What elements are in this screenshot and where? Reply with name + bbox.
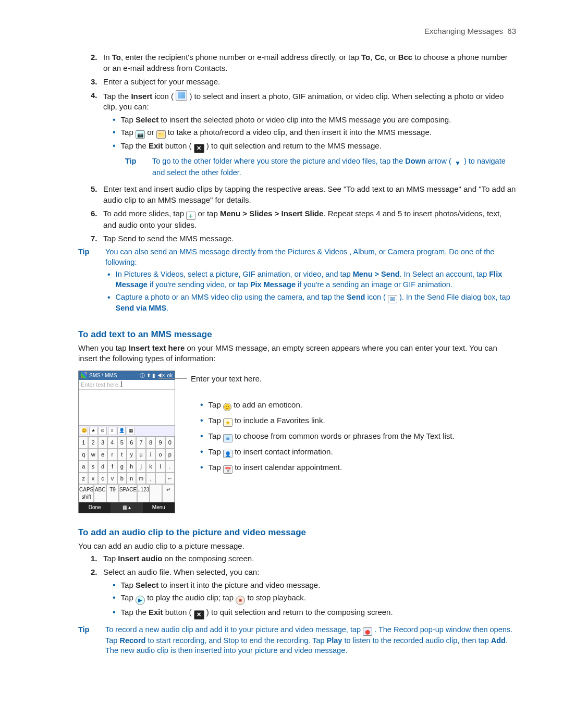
callout-lead: Enter your text here.: [191, 374, 516, 384]
contact-icon: [223, 450, 232, 458]
step-content: Select an audio file. When selected, you…: [103, 567, 516, 622]
phone-key: l: [155, 461, 165, 473]
callout-list: Tap to add an emoticon. Tap to include a…: [200, 400, 516, 474]
phone-key: 2: [88, 437, 97, 449]
phone-key: p: [165, 449, 175, 461]
step-content: In To, enter the recipient's phone numbe…: [103, 52, 516, 73]
phone-key: 6: [127, 437, 136, 449]
phone-key: 0: [165, 437, 175, 449]
phone-key: 3: [98, 437, 107, 449]
phone-key: a: [79, 461, 88, 473]
page-number: 63: [507, 27, 516, 35]
phone-key: s: [88, 461, 97, 473]
phone-key: y: [127, 449, 136, 461]
phone-key: h: [127, 461, 136, 473]
page-header: Exchanging Messages 63: [78, 26, 516, 36]
audio-sub-bullets: Tap Select to insert it into the picture…: [113, 580, 516, 620]
phone-key: j: [136, 461, 145, 473]
phone-key: ..123: [137, 484, 150, 502]
camera-icon: [136, 130, 145, 139]
phone-key: r: [107, 449, 117, 461]
phone-key: CAPS shift: [79, 484, 94, 502]
phone-key: w: [88, 449, 97, 461]
toolbar-circle-icon: ⊙: [99, 427, 107, 435]
phone-key: T9: [106, 484, 119, 502]
tip-block: Tip You can also send an MMS message dir…: [78, 247, 516, 315]
phone-key: ←: [165, 473, 175, 485]
smiley-icon: [223, 403, 231, 411]
phone-callouts: Enter your text here. Tap to add an emot…: [191, 371, 516, 478]
phone-key: 9: [155, 437, 165, 449]
phone-key: 7: [136, 437, 145, 449]
insert-icon: [176, 90, 187, 101]
phone-key: n: [127, 473, 136, 485]
down-arrow-icon: [454, 159, 462, 168]
phone-key: e: [98, 449, 107, 461]
toolbar-contact-icon: 👤: [117, 427, 126, 435]
tip-block: Tip To record a new audio clip and add i…: [78, 625, 516, 656]
toolbar-mytext-icon: ≡: [108, 427, 116, 435]
audio-steps: 1. Tap Insert audio on the composing scr…: [78, 553, 516, 622]
phone-key: z: [79, 473, 88, 485]
tip-label: Tip: [78, 625, 105, 635]
softkey-menu: Menu: [143, 502, 175, 513]
phone-key-row: qwertyuiop: [79, 449, 175, 461]
phone-num-row: 1234567890: [79, 437, 175, 449]
phone-key: ABC: [94, 484, 106, 502]
step-marker: 1.: [91, 553, 101, 564]
toolbar-star-icon: ★: [89, 427, 97, 435]
softkey-done: Done: [79, 502, 111, 513]
section-lead: When you tap Insert text here on your MM…: [78, 343, 516, 364]
toolbar-calendar-icon: ▦: [127, 427, 135, 435]
phone-key: t: [117, 449, 127, 461]
phone-key: c: [98, 473, 107, 485]
phone-key: 5: [117, 437, 127, 449]
step-marker: 4.: [91, 90, 101, 101]
step-content: Tap the Insert icon ( ) to select and in…: [103, 90, 516, 181]
phone-key: x: [88, 473, 97, 485]
tip-lead: You can also send an MMS message directl…: [105, 248, 494, 266]
step-content: Enter a subject for your message.: [103, 77, 516, 87]
record-icon: [363, 627, 372, 636]
exit-icon: [194, 144, 204, 153]
step-marker: 2.: [91, 567, 101, 577]
phone-blank-area: [79, 390, 175, 426]
phone-key: ↵: [162, 484, 175, 502]
phone-key: i: [146, 449, 155, 461]
phone-key: b: [117, 473, 127, 485]
step-marker: 2.: [91, 52, 101, 63]
phone-key: 8: [146, 437, 155, 449]
step-content: Enter text and insert audio clips by tap…: [103, 184, 516, 205]
star-icon: [223, 418, 232, 427]
phone-key: g: [117, 461, 127, 473]
step-content: Tap Insert audio on the composing screen…: [103, 553, 516, 564]
phone-key-row: CAPS shiftABCT9SPACE..123↵: [79, 484, 175, 502]
tip-inline: Tip To go to the other folder where you …: [125, 156, 516, 178]
phone-key: ,: [146, 473, 155, 485]
phone-text-input: Enter text here...: [79, 380, 175, 390]
mytext-icon: [223, 434, 232, 442]
phone-key: 4: [107, 437, 117, 449]
envelope-icon: [388, 295, 397, 303]
phone-key: [150, 484, 162, 502]
add-slide-icon: [186, 212, 195, 220]
phone-key: SPACE: [119, 484, 137, 502]
steps-list: 2. In To, enter the recipient's phone nu…: [78, 52, 516, 244]
section-title: To add an audio clip to the picture and …: [78, 527, 516, 539]
phone-key-row: zxcvbnm,←: [79, 473, 175, 485]
exit-icon: [194, 610, 204, 620]
phone-mock: SMS \ MMS ⓘ ⬆ ▮ ◀× ok Enter text here...…: [78, 371, 175, 513]
tip-label: Tip: [125, 156, 152, 167]
phone-key: m: [136, 473, 145, 485]
stop-icon: [236, 596, 245, 605]
step-marker: 7.: [91, 233, 101, 244]
phone-illustration-row: SMS \ MMS ⓘ ⬆ ▮ ◀× ok Enter text here...…: [78, 371, 516, 513]
tip-bullets: In Pictures & Videos, select a picture, …: [107, 269, 516, 313]
phone-key: 1: [79, 437, 88, 449]
phone-toolbar: 😊 ★ ⊙ ≡ 👤 ▦: [79, 426, 175, 437]
phone-key: .: [165, 461, 175, 473]
phone-key: [155, 473, 165, 485]
play-icon: [136, 596, 145, 605]
phone-key: o: [155, 449, 165, 461]
section-lead: You can add an audio clip to a picture m…: [78, 541, 516, 551]
